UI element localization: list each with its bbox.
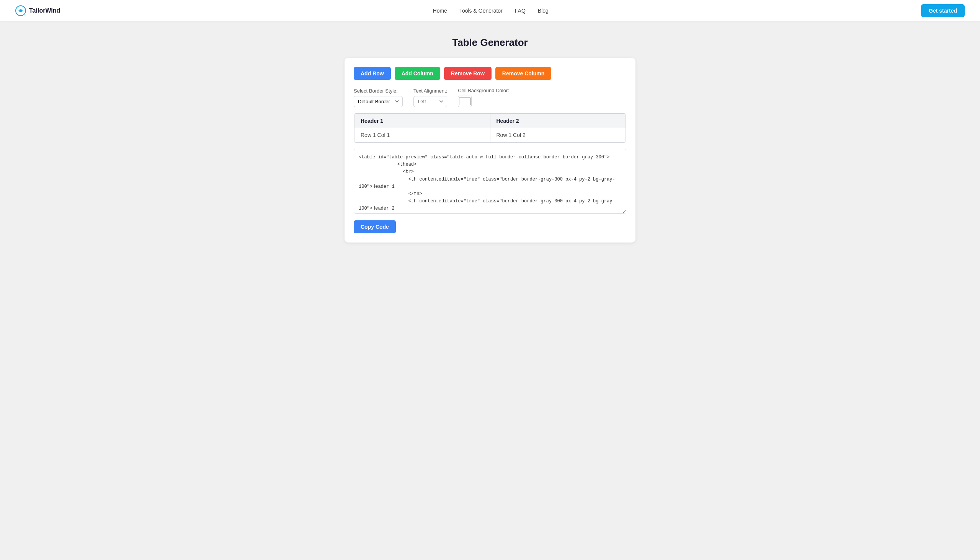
brand-logo[interactable]: TailorWind bbox=[15, 5, 60, 16]
border-style-group: Select Border Style: Default Border Soli… bbox=[354, 88, 403, 107]
nav-tools[interactable]: Tools & Generator bbox=[459, 8, 503, 14]
page-title: Table Generator bbox=[345, 37, 635, 48]
nav-blog[interactable]: Blog bbox=[538, 8, 549, 14]
brand-icon bbox=[15, 5, 26, 16]
bg-color-picker[interactable] bbox=[458, 96, 472, 107]
remove-row-button[interactable]: Remove Row bbox=[444, 67, 492, 80]
action-buttons: Add Row Add Column Remove Row Remove Col… bbox=[354, 67, 626, 80]
add-row-button[interactable]: Add Row bbox=[354, 67, 391, 80]
preview-table: Header 1 Header 2 Row 1 Col 1 Row 1 Col … bbox=[354, 113, 626, 142]
text-alignment-select[interactable]: Left Center Right bbox=[413, 96, 447, 107]
svg-point-1 bbox=[20, 10, 22, 12]
nav-home[interactable]: Home bbox=[433, 8, 447, 14]
border-style-select[interactable]: Default Border Solid Border Dashed Borde… bbox=[354, 96, 403, 107]
border-style-label: Select Border Style: bbox=[354, 88, 403, 94]
bg-color-label: Cell Background Color: bbox=[458, 88, 509, 93]
controls-row: Select Border Style: Default Border Soli… bbox=[354, 88, 626, 107]
table-preview-wrapper: Header 1 Header 2 Row 1 Col 1 Row 1 Col … bbox=[354, 113, 626, 143]
table-row: Row 1 Col 1 Row 1 Col 2 bbox=[355, 128, 626, 142]
table-cell-1-1[interactable]: Row 1 Col 1 bbox=[355, 128, 490, 142]
header-cell-2[interactable]: Header 2 bbox=[490, 114, 626, 128]
nav-links: Home Tools & Generator FAQ Blog bbox=[433, 8, 549, 14]
generator-card: Add Row Add Column Remove Row Remove Col… bbox=[345, 58, 635, 243]
table-head: Header 1 Header 2 bbox=[355, 114, 626, 128]
table-body: Row 1 Col 1 Row 1 Col 2 bbox=[355, 128, 626, 142]
remove-column-button[interactable]: Remove Column bbox=[495, 67, 551, 80]
header-cell-1[interactable]: Header 1 bbox=[355, 114, 490, 128]
text-alignment-label: Text Alignment: bbox=[413, 88, 447, 94]
brand-name: TailorWind bbox=[29, 7, 60, 14]
navbar: TailorWind Home Tools & Generator FAQ Bl… bbox=[0, 0, 980, 22]
table-cell-1-2[interactable]: Row 1 Col 2 bbox=[490, 128, 626, 142]
header-row: Header 1 Header 2 bbox=[355, 114, 626, 128]
add-column-button[interactable]: Add Column bbox=[395, 67, 440, 80]
code-output[interactable] bbox=[354, 149, 626, 214]
page-wrapper: Table Generator Add Row Add Column Remov… bbox=[345, 37, 635, 243]
get-started-button[interactable]: Get started bbox=[921, 4, 965, 17]
text-alignment-group: Text Alignment: Left Center Right bbox=[413, 88, 447, 107]
main-content: Table Generator Add Row Add Column Remov… bbox=[0, 22, 980, 258]
bg-color-group: Cell Background Color: bbox=[458, 88, 509, 107]
copy-code-button[interactable]: Copy Code bbox=[354, 220, 396, 233]
nav-faq[interactable]: FAQ bbox=[515, 8, 525, 14]
